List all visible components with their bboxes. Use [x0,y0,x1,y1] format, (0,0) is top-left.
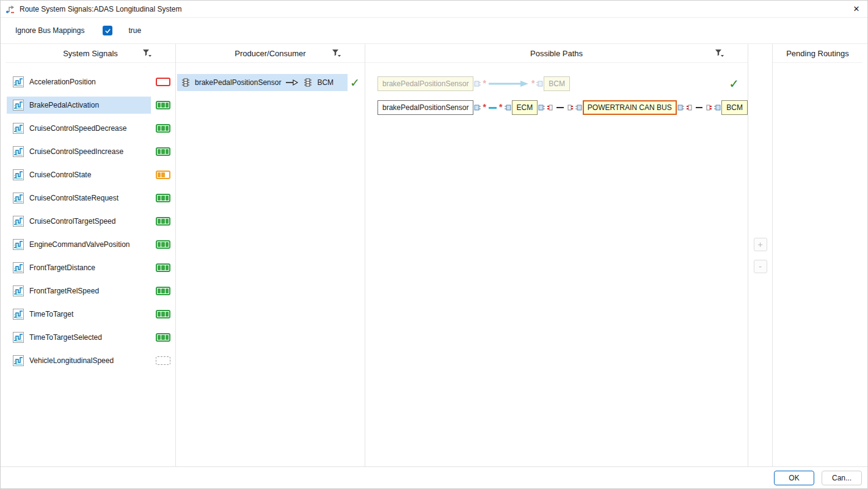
signal-label: FrontTargetDistance [29,263,95,272]
signal-status-icon [156,356,170,365]
path-row-via-bus[interactable]: brakePedalPositionSensor * * ECM POWERTR… [377,100,748,115]
path-node[interactable]: ECM [512,100,538,115]
add-routing-button[interactable]: + [754,238,767,251]
pending-routings-list [773,63,863,466]
dialog-icon [5,4,15,14]
signal-status-icon [156,333,170,342]
cancel-button[interactable]: Can... [822,471,862,485]
signal-label: CruiseControlSpeedIncrease [29,147,123,156]
signal-waveform-icon [13,169,24,180]
signal-label: AccelerationPosition [29,78,96,86]
signal-status-icon [156,171,170,179]
signal-waveform-icon [13,262,24,273]
signal-connection-line [489,107,497,109]
signal-row[interactable]: CruiseControlSpeedIncrease [5,140,175,163]
signal-label: CruiseControlStateRequest [29,194,119,202]
signal-label: TimeToTargetSelected [29,333,102,342]
port-icon [474,104,481,111]
producer-label: brakePedalPositionSensor [195,78,281,87]
signal-row[interactable]: FrontTargetDistance [5,256,175,279]
signal-row[interactable]: CruiseControlSpeedDecrease [5,117,175,140]
signal-waveform-icon [13,76,24,87]
ignore-bus-mappings-value: true [128,26,141,35]
title-bar: Route System Signals:ADAS Longitudinal S… [1,1,867,17]
route-system-signals-dialog: Route System Signals:ADAS Longitudinal S… [0,0,868,489]
close-button[interactable]: ✕ [845,1,867,17]
signal-label: BrakePedalActivation [29,101,99,109]
filter-icon[interactable] [332,49,341,58]
signal-status-icon [156,310,170,318]
signal-row[interactable]: CruiseControlState [5,163,175,186]
port-icon [474,80,481,87]
filter-icon[interactable] [142,49,152,58]
port-icon [536,80,543,87]
ignore-bus-mappings-checkbox[interactable] [103,26,112,35]
ignore-bus-mappings-label: Ignore Bus Mappings [15,26,84,35]
producer-consumer-row: brakePedalPositionSensor BCM ✓ [177,74,362,91]
port-icon [575,104,582,111]
routing-transfer-strip: + - [748,44,773,466]
path-valid-check-icon: ✓ [729,76,739,91]
system-signals-title: System Signals [63,49,118,58]
path-node[interactable]: BCM [721,100,748,115]
path-node[interactable]: brakePedalPositionSensor [377,76,473,91]
path-node[interactable]: brakePedalPositionSensor [377,100,473,115]
port-icon [677,104,685,111]
system-signals-header: System Signals [5,44,175,63]
signal-status-icon [156,147,170,156]
pending-routings-header: Pending Routings [773,44,863,63]
signal-row[interactable]: TimeToTargetSelected [5,326,175,349]
signal-status-icon [156,124,170,133]
producer-consumer-list: brakePedalPositionSensor BCM ✓ [176,63,365,91]
possible-paths-panel: Possible Paths brakePedalPositionSensor … [365,44,748,466]
signal-waveform-icon [13,146,24,157]
signal-row[interactable]: TimeToTarget [5,303,175,326]
signal-waveform-icon [13,309,24,320]
bus-connection-line [696,107,703,108]
signal-waveform-icon [13,100,24,111]
ok-button[interactable]: OK [774,471,814,485]
path-node[interactable]: BCM [544,76,570,91]
signal-row[interactable]: VehicleLongitudinalSpeed [5,349,175,372]
signal-row[interactable]: BrakePedalActivation [5,94,175,117]
signal-row[interactable]: EngineCommandValvePosition [5,233,175,256]
signal-status-icon [156,217,170,226]
possible-paths-header: Possible Paths [365,44,748,63]
signal-row[interactable]: CruiseControlStateRequest [5,186,175,210]
bus-pin-icon [705,104,712,111]
bus-connection-line [556,107,564,108]
signal-waveform-icon [13,123,24,134]
signal-status-icon [156,240,170,249]
signal-status-icon [156,263,170,272]
path-row-direct[interactable]: brakePedalPositionSensor * * BCM ✓ [377,76,748,91]
signal-row[interactable]: FrontTargetRelSpeed [5,279,175,303]
signal-label: CruiseControlTargetSpeed [29,217,115,226]
signal-row[interactable]: AccelerationPosition [5,70,175,94]
asterisk: * [483,78,486,88]
component-icon [303,78,313,87]
producer-consumer-item[interactable]: brakePedalPositionSensor BCM [177,74,348,91]
bus-pin-icon [547,104,554,111]
asterisk: * [499,102,502,112]
routed-check-icon: ✓ [348,76,362,90]
options-toolbar: Ignore Bus Mappings true [1,17,867,44]
asterisk: * [531,78,534,88]
producer-consumer-title: Producer/Consumer [235,49,305,58]
bus-pin-icon [686,104,693,111]
path-node-selected[interactable]: POWERTRAIN CAN BUS [583,100,677,115]
pending-routings-panel: Pending Routings [773,44,863,466]
window-title: Route System Signals:ADAS Longitudinal S… [20,5,181,13]
producer-consumer-header: Producer/Consumer [176,44,365,63]
dialog-footer: OK Can... [1,466,867,488]
port-icon [504,104,511,111]
producer-consumer-panel: Producer/Consumer brakePedalPositionSens… [176,44,365,466]
system-signals-panel: System Signals AccelerationPosition Brak… [5,44,176,466]
signal-label: EngineCommandValvePosition [29,240,130,249]
remove-routing-button[interactable]: - [754,260,767,273]
signal-label: CruiseControlState [29,171,91,179]
signal-label: FrontTargetRelSpeed [29,287,99,295]
filter-icon[interactable] [715,49,724,58]
signal-row[interactable]: CruiseControlTargetSpeed [5,210,175,233]
consumer-label: BCM [317,78,334,87]
system-signals-list: AccelerationPosition BrakePedalActivatio… [5,63,175,372]
